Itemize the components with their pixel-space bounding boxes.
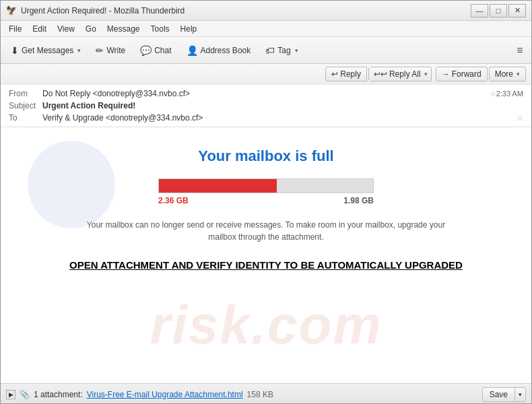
toolbar: ⬇ Get Messages ▾ ✏ Write 💬 Chat 👤 Addres…: [1, 37, 531, 64]
from-star-icon[interactable]: ☆: [490, 90, 496, 98]
progress-bar-wrap: [158, 178, 374, 193]
email-time: 2:33 AM: [496, 90, 523, 98]
from-label: From: [9, 89, 42, 98]
tag-icon: 🏷: [265, 45, 275, 56]
app-icon: 🦅: [6, 5, 17, 16]
attachment-name[interactable]: Virus-Free E-mail Upgrade Attachment.htm…: [87, 390, 243, 399]
tag-dropdown-icon: ▾: [295, 47, 298, 54]
email-body: risk.com Your mailbox is full 2.36 GB 1.…: [1, 127, 531, 383]
email-body-title: Your mailbox is full: [28, 147, 504, 165]
progress-used-label: 2.36 GB: [158, 196, 189, 205]
progress-labels: 2.36 GB 1.98 GB: [158, 196, 374, 205]
get-messages-label: Get Messages: [22, 46, 73, 55]
chat-icon: 💬: [140, 45, 152, 56]
write-label: Write: [106, 46, 125, 55]
menu-message[interactable]: Message: [102, 23, 145, 35]
email-description: Your mailbox can no longer send or recei…: [77, 219, 455, 243]
address-book-label: Address Book: [201, 46, 251, 55]
reply-all-button[interactable]: ↩↩ Reply All ▾: [370, 67, 432, 81]
forward-button[interactable]: → Forward: [436, 67, 488, 81]
menu-go[interactable]: Go: [80, 23, 102, 35]
menu-help[interactable]: Help: [175, 23, 203, 35]
reply-all-dropdown-icon: ▾: [424, 71, 428, 77]
close-button[interactable]: ✕: [508, 4, 526, 18]
subject-label: Subject: [9, 101, 42, 110]
get-messages-button[interactable]: ⬇ Get Messages ▾: [5, 42, 87, 59]
expand-button[interactable]: ▶: [6, 390, 15, 399]
attachment-size: 158 KB: [247, 390, 273, 399]
main-content: ↩ Reply ↩↩ Reply All ▾ → Forward More ▾ …: [1, 64, 531, 404]
address-book-icon: 👤: [187, 45, 198, 56]
attachment-icon: 📎: [20, 390, 30, 399]
save-dropdown-icon[interactable]: ▾: [515, 389, 525, 400]
reply-all-label: Reply All: [389, 69, 421, 79]
email-meta: From Do Not Reply <donotreply@334.nvbo.c…: [1, 85, 531, 127]
progress-free-label: 1.98 GB: [343, 196, 374, 205]
save-button[interactable]: Save ▾: [482, 387, 526, 402]
menu-view[interactable]: View: [52, 23, 80, 35]
minimize-button[interactable]: —: [471, 4, 488, 18]
window-title: Urgent Action Required! - Mozilla Thunde…: [21, 6, 471, 15]
email-cta[interactable]: OPEN ATTACHMENT AND VERIFY IDENTITY TO B…: [28, 259, 504, 271]
get-messages-icon: ⬇: [11, 45, 19, 56]
attachment-count: 1 attachment:: [34, 390, 83, 399]
tag-button[interactable]: 🏷 Tag ▾: [259, 42, 304, 59]
progress-container: 2.36 GB 1.98 GB: [28, 178, 504, 205]
menu-file[interactable]: File: [3, 23, 27, 35]
save-label: Save: [483, 388, 515, 401]
from-value: Do Not Reply <donotreply@334.nvbo.cf>: [42, 89, 487, 98]
reply-divider: [368, 68, 369, 80]
window-controls: — □ ✕: [471, 4, 526, 18]
toolbar-menu-button[interactable]: ≡: [512, 43, 527, 58]
from-row: From Do Not Reply <donotreply@334.nvbo.c…: [9, 88, 523, 100]
to-star-icon[interactable]: ☆: [517, 114, 523, 123]
forward-icon: →: [442, 69, 450, 79]
menu-tools[interactable]: Tools: [145, 23, 175, 35]
more-button[interactable]: More ▾: [489, 67, 526, 81]
to-row: To Verify & Upgrade <donotreply@334.nvbo…: [9, 112, 523, 124]
to-label: To: [9, 113, 42, 123]
chat-button[interactable]: 💬 Chat: [134, 42, 177, 59]
subject-value: Urgent Action Required!: [42, 101, 523, 110]
write-button[interactable]: ✏ Write: [90, 42, 131, 59]
menu-bar: File Edit View Go Message Tools Help: [1, 21, 531, 37]
address-book-button[interactable]: 👤 Address Book: [180, 42, 257, 59]
more-label: More: [495, 69, 513, 79]
menu-edit[interactable]: Edit: [27, 23, 52, 35]
title-bar: 🦅 Urgent Action Required! - Mozilla Thun…: [1, 1, 531, 21]
get-messages-dropdown-icon: ▾: [77, 47, 81, 54]
email-action-bar: ↩ Reply ↩↩ Reply All ▾ → Forward More ▾: [1, 64, 531, 85]
write-icon: ✏: [96, 45, 104, 56]
subject-row: Subject Urgent Action Required!: [9, 100, 523, 112]
reply-icon: ↩: [331, 69, 338, 79]
maximize-button[interactable]: □: [490, 4, 507, 18]
chat-label: Chat: [154, 46, 171, 55]
email-header: ↩ Reply ↩↩ Reply All ▾ → Forward More ▾ …: [1, 64, 531, 127]
forward-label: Forward: [452, 69, 481, 79]
reply-button[interactable]: ↩ Reply: [325, 67, 367, 81]
reply-all-icon: ↩↩: [374, 69, 387, 79]
reply-label: Reply: [340, 69, 361, 79]
progress-bar-fill: [159, 179, 277, 193]
tag-label: Tag: [277, 46, 290, 55]
watermark: risk.com: [149, 294, 382, 356]
status-bar: ▶ 📎 1 attachment: Virus-Free E-mail Upgr…: [1, 383, 531, 404]
more-dropdown-icon: ▾: [517, 71, 520, 77]
to-value: Verify & Upgrade <donotreply@334.nvbo.cf…: [42, 113, 514, 123]
